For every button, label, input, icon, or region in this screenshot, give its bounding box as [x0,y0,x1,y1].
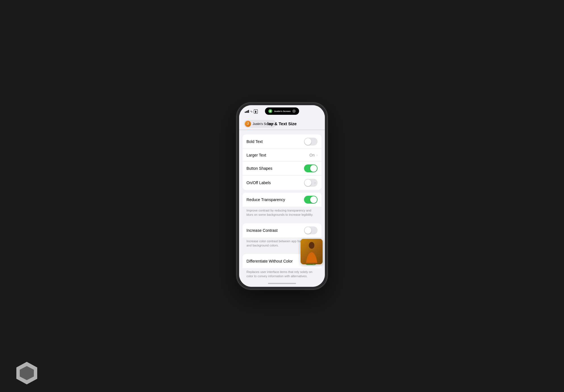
larger-text-label: Larger Text [246,153,266,157]
person-silhouette [303,240,320,263]
page-title: lay & Text Size [267,121,297,126]
reduce-transparency-label: Reduce Transparency [246,197,285,202]
signal-bars [245,110,249,113]
svg-point-0 [270,111,271,112]
status-right: ∿ ▮ [245,109,258,114]
button-shapes-toggle[interactable] [304,164,318,172]
button-shapes-knob [310,165,317,172]
increase-contrast-toggle[interactable] [304,226,318,234]
onoff-labels-knob [305,179,311,186]
larger-text-row[interactable]: Larger Text On › [243,149,321,161]
button-shapes-label: Button Shapes [246,166,272,171]
onoff-labels-label: On/Off Labels [246,180,271,185]
onoff-labels-toggle[interactable]: ○ [304,179,318,187]
phone-device: Justin's Screen ∿ ▮ J Justin's Scre [237,103,327,289]
avatar-dot [292,109,296,113]
chevron-right-icon: › [316,153,318,157]
dynamic-island: Justin's Screen [265,107,299,115]
differentiate-color-label: Differentiate Without Color [246,259,293,263]
hex-logo [14,360,39,387]
signal-bar-2 [246,111,247,113]
home-indicator[interactable] [239,280,325,287]
nav-bar: J Justin's Screen lay & Text Size [239,118,325,130]
bold-text-knob [305,138,311,145]
settings-group-1: Bold Text Larger Text On › Button S [243,135,321,190]
settings-group-3: Increase Contrast [243,223,321,237]
home-bar [268,283,296,284]
button-shapes-row[interactable]: Button Shapes [243,161,321,175]
toggle-o-label: ○ [314,182,316,184]
video-thumbnail[interactable] [301,239,323,264]
svg-point-1 [309,242,314,249]
bold-text-label: Bold Text [246,139,263,144]
dynamic-island-pill: Justin's Screen [265,107,299,115]
hexagon-icon [14,360,39,386]
live-activity-icon [268,109,272,113]
video-content [301,239,323,264]
signal-bar-3 [247,111,248,113]
onoff-labels-row[interactable]: On/Off Labels ○ [243,175,321,190]
battery-icon: ▮ [254,109,258,114]
reduce-transparency-toggle[interactable] [304,196,318,204]
larger-text-right: On › [309,153,318,157]
screen-label: Justin's Screen [274,110,291,113]
reduce-transparency-row[interactable]: Reduce Transparency [243,193,321,207]
larger-text-value: On [309,153,315,157]
phone-screen: Justin's Screen ∿ ▮ J Justin's Scre [239,105,325,287]
signal-bar-1 [245,112,246,113]
increase-contrast-label: Increase Contrast [246,228,278,233]
reduce-transparency-description: Improve contrast by reducing transparenc… [243,207,321,221]
increase-contrast-row[interactable]: Increase Contrast [243,223,321,237]
reduce-transparency-knob [310,196,317,203]
wifi-icon: ∿ [250,110,253,113]
increase-contrast-knob [305,227,311,234]
status-bar: Justin's Screen ∿ ▮ [239,105,325,118]
differentiate-color-description: Replaces user interface items that rely … [243,268,321,280]
settings-group-2: Reduce Transparency [243,193,321,207]
signal-bar-4 [248,110,249,113]
bold-text-row[interactable]: Bold Text [243,135,321,149]
avatar: J [245,121,251,127]
bold-text-toggle[interactable] [304,138,318,146]
